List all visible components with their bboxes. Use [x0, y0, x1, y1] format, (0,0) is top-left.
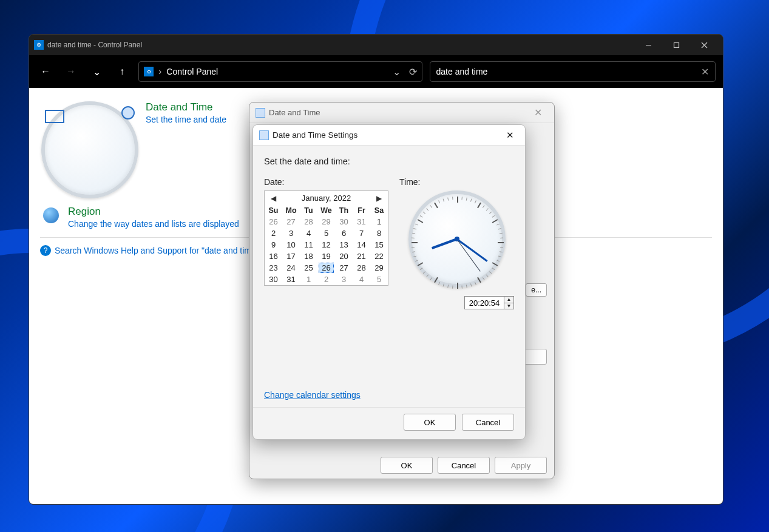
dialog2-heading: Set the date and time: [264, 157, 514, 166]
calendar-day[interactable]: 1 [300, 274, 317, 285]
search-box[interactable]: ✕ [430, 61, 716, 82]
control-panel-icon: ⚙ [144, 67, 154, 76]
calendar-day[interactable]: 19 [317, 251, 335, 262]
dialog1-titlebar[interactable]: Date and Time ✕ [249, 103, 554, 123]
calendar-day[interactable]: 14 [353, 239, 370, 251]
calendar-month[interactable]: January, 2022 [302, 194, 351, 203]
clock-tick [489, 271, 491, 274]
maximize-button[interactable] [662, 35, 690, 55]
calendar-day[interactable]: 18 [300, 251, 317, 262]
calendar-day[interactable]: 10 [282, 239, 300, 251]
calendar-day[interactable]: 31 [282, 274, 300, 285]
calendar-day[interactable]: 27 [335, 262, 353, 274]
clock-tick [461, 286, 462, 289]
spin-down-icon[interactable]: ▼ [504, 303, 513, 309]
calendar-day[interactable]: 30 [335, 216, 353, 227]
back-button[interactable]: ← [36, 62, 55, 81]
time-input[interactable] [464, 296, 504, 309]
calendar-day[interactable]: 5 [370, 274, 388, 285]
address-dropdown-icon[interactable]: ⌄ [393, 66, 401, 78]
change-calendar-settings-link[interactable]: Change calendar settings [264, 390, 514, 400]
calendar-day[interactable]: 15 [370, 239, 388, 251]
window-title: date and time - Control Panel [47, 41, 634, 49]
clock-tick [466, 198, 467, 201]
dialog1-apply-button[interactable]: Apply [495, 457, 547, 474]
recent-dropdown[interactable]: ⌄ [87, 62, 106, 81]
calendar-day[interactable]: 11 [300, 239, 317, 251]
clock-tick [486, 208, 488, 210]
clock-tick [438, 200, 440, 203]
calendar-day[interactable]: 20 [335, 251, 353, 262]
calendar-day[interactable]: 29 [370, 262, 388, 274]
clock-tick [492, 219, 498, 223]
next-month-button[interactable]: ▶ [374, 194, 384, 203]
calendar-day[interactable]: 4 [353, 274, 370, 285]
calendar-day[interactable]: 23 [265, 262, 282, 274]
calendar-day[interactable]: 28 [353, 262, 370, 274]
dialog2-cancel-button[interactable]: Cancel [462, 414, 514, 431]
result-link[interactable]: Change the way dates and lists are displ… [68, 219, 239, 229]
calendar-day[interactable]: 7 [353, 227, 370, 239]
calendar[interactable]: ◀ January, 2022 ▶ SuMoTuWeThFrSa26272829… [264, 190, 388, 286]
calendar-day[interactable]: 31 [353, 216, 370, 227]
calendar-day[interactable]: 26 [317, 262, 335, 274]
dialog1-cancel-button[interactable]: Cancel [438, 457, 490, 474]
dialog2-close-button[interactable]: ✕ [501, 127, 519, 143]
globe-icon [41, 206, 61, 225]
clock-tick [419, 215, 422, 218]
calendar-day[interactable]: 22 [370, 251, 388, 262]
clock-tick [498, 242, 504, 243]
calendar-day[interactable]: 12 [317, 239, 335, 251]
clock-tick [430, 205, 432, 208]
clock-tick [482, 205, 484, 208]
calendar-day[interactable]: 28 [300, 216, 317, 227]
clock-tick [492, 262, 498, 266]
calendar-day[interactable]: 24 [282, 262, 300, 274]
clock-center [455, 237, 459, 241]
up-button[interactable]: ↑ [113, 62, 131, 81]
calendar-day[interactable]: 4 [300, 227, 317, 239]
calendar-day[interactable]: 21 [353, 251, 370, 262]
calendar-day[interactable]: 2 [265, 227, 282, 239]
refresh-button[interactable]: ⟳ [409, 66, 417, 78]
calendar-day[interactable]: 1 [370, 216, 388, 227]
calendar-day[interactable]: 27 [282, 216, 300, 227]
forward-button[interactable]: → [62, 62, 80, 81]
help-text: Search Windows Help and Support for "dat… [55, 246, 259, 255]
calendar-day[interactable]: 5 [317, 227, 335, 239]
calendar-day[interactable]: 16 [265, 251, 282, 262]
dialog2-ok-button[interactable]: OK [404, 414, 456, 431]
calendar-day[interactable]: 25 [300, 262, 317, 274]
clear-search-icon[interactable]: ✕ [701, 66, 709, 78]
spin-up-icon[interactable]: ▲ [504, 297, 513, 303]
calendar-day[interactable]: 9 [265, 239, 282, 251]
clock-tick [486, 274, 488, 277]
calendar-day[interactable]: 29 [317, 216, 335, 227]
calendar-day[interactable]: 3 [282, 227, 300, 239]
clock-tick [417, 219, 423, 223]
calendar-day[interactable]: 6 [335, 227, 353, 239]
calendar-day[interactable]: 30 [265, 274, 282, 285]
dialog2-titlebar[interactable]: Date and Time Settings ✕ [253, 125, 525, 146]
minimize-button[interactable] [634, 35, 662, 55]
calendar-day[interactable]: 3 [335, 274, 353, 285]
weekday-header: Mo [282, 205, 300, 216]
result-link[interactable]: Set the time and date [146, 115, 226, 124]
prev-month-button[interactable]: ◀ [268, 194, 279, 203]
titlebar[interactable]: ⚙ date and time - Control Panel [29, 35, 723, 55]
calendar-day[interactable]: 17 [282, 251, 300, 262]
calendar-day[interactable]: 13 [335, 239, 353, 251]
clock-tick [415, 260, 418, 261]
clock-tick [430, 277, 432, 280]
address-bar[interactable]: ⚙ › Control Panel ⌄ ⟳ [138, 61, 422, 82]
dialog1-close-button[interactable]: ✕ [528, 104, 548, 121]
dialog1-ok-button[interactable]: OK [381, 457, 433, 474]
close-button[interactable] [690, 35, 718, 55]
calendar-day[interactable]: 8 [370, 227, 388, 239]
hidden-change-button[interactable]: e... [526, 283, 547, 297]
calendar-day[interactable]: 2 [317, 274, 335, 285]
time-spinner[interactable]: ▲▼ [504, 296, 514, 309]
search-input[interactable] [436, 67, 702, 76]
clock-tick [492, 268, 495, 270]
calendar-day[interactable]: 26 [265, 216, 282, 227]
